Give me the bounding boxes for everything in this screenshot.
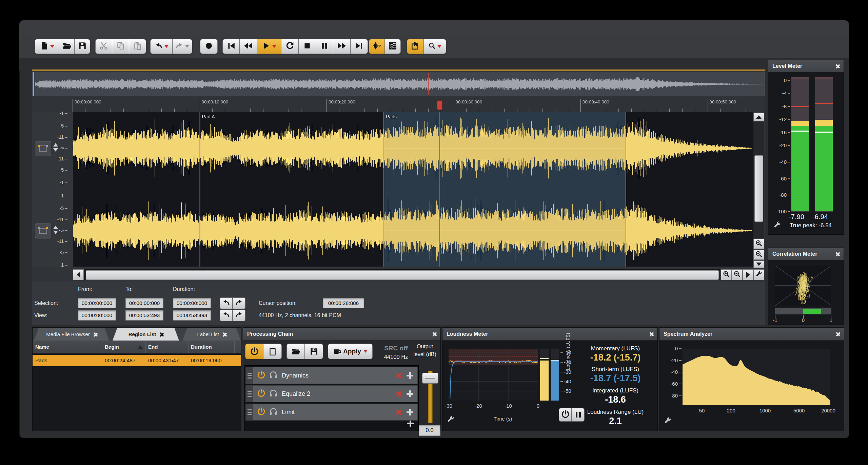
horizontal-scrollbar[interactable] [84, 269, 720, 280]
vertical-scrollbar[interactable] [753, 121, 764, 238]
vertical-zoom-out-button[interactable] [753, 250, 764, 260]
chain-item-limit[interactable]: Limit [245, 404, 418, 421]
column-header-begin[interactable]: Begin [105, 341, 119, 353]
playback-cursor-flag[interactable] [437, 100, 442, 110]
vertical-scrollbar-thumb[interactable] [754, 155, 763, 222]
remove-plugin-icon[interactable] [396, 391, 402, 397]
close-panel-icon[interactable] [835, 332, 840, 336]
column-header-duration[interactable]: Duration [191, 341, 212, 353]
insert-plugin-icon[interactable] [407, 409, 413, 415]
close-tab-icon[interactable] [93, 332, 97, 336]
plugin-power-icon[interactable] [257, 389, 266, 399]
remove-plugin-icon[interactable] [396, 409, 402, 415]
tab-label-list[interactable]: Label List [182, 328, 241, 341]
region-row-pads[interactable]: Pads 00:00:24:487 00:00:43:547 00:00:19:… [33, 355, 241, 366]
column-header-name[interactable]: Name [35, 341, 49, 353]
tab-region-list[interactable]: Region List [113, 328, 179, 341]
region-table-header[interactable]: Name Begin End Duration [33, 341, 241, 353]
loudness-reset-button[interactable] [559, 408, 572, 422]
selection-redo-button[interactable] [233, 297, 245, 309]
cut-scissors-button[interactable] [95, 39, 112, 54]
insert-plugin-icon[interactable] [407, 372, 413, 379]
headphones-icon[interactable] [269, 370, 278, 381]
apply-button[interactable]: Apply [328, 344, 373, 359]
horizontal-zoom-out-button[interactable] [732, 269, 743, 280]
selection-tool-button[interactable] [407, 39, 424, 54]
spectrum-settings-wrench-button[interactable] [664, 416, 672, 426]
new-file-button[interactable] [35, 39, 59, 54]
loudness-settings-wrench-button[interactable] [447, 415, 455, 425]
waveform-view-button[interactable] [369, 39, 385, 54]
pause-button[interactable] [316, 39, 333, 54]
record-dot-button[interactable] [200, 39, 218, 54]
chain-enable-button[interactable] [245, 344, 263, 359]
chain-item-dynamics[interactable]: Dynamics [245, 367, 418, 384]
headphones-icon[interactable] [269, 407, 278, 417]
tab-media-file-browser[interactable]: Media File Browser [34, 328, 109, 341]
output-level-value[interactable]: 0.0 [419, 425, 440, 436]
chain-load-button[interactable] [287, 344, 305, 359]
channel-zoom-spinner[interactable] [53, 226, 58, 236]
editor-settings-wrench-button[interactable] [753, 269, 764, 280]
zoom-selection-button[interactable] [743, 269, 753, 280]
drag-handle-icon[interactable] [246, 386, 253, 402]
scroll-down-button[interactable] [753, 260, 764, 268]
loop-button[interactable] [281, 39, 299, 54]
plugin-power-icon[interactable] [257, 370, 266, 381]
view-to-field[interactable]: 00:00:53:493 [125, 310, 163, 321]
dropdown-caret-icon[interactable] [437, 45, 441, 48]
fast-forward-button[interactable] [333, 39, 351, 54]
column-header-end[interactable]: End [148, 341, 158, 353]
overview-waveform-canvas[interactable] [35, 73, 763, 95]
vertical-zoom-in-button[interactable] [753, 239, 764, 249]
channel-select-button[interactable] [35, 141, 51, 156]
selection-to-field[interactable]: 00:00:00:000 [125, 298, 163, 308]
region-label[interactable]: Pads [386, 114, 397, 119]
play-button[interactable] [257, 39, 281, 54]
view-duration-field[interactable]: 00:00:53:493 [173, 310, 211, 321]
chain-save-button[interactable] [305, 344, 323, 359]
close-panel-icon[interactable] [835, 64, 840, 68]
close-panel-icon[interactable] [432, 332, 436, 336]
remove-plugin-icon[interactable] [396, 372, 402, 379]
selection-duration-field[interactable]: 00:00:00:000 [173, 298, 211, 308]
chain-item-equalize-2[interactable]: Equalize 2 [245, 385, 418, 402]
close-tab-icon[interactable] [159, 332, 163, 336]
dropdown-caret-icon[interactable] [164, 45, 169, 48]
view-redo-button[interactable] [233, 310, 245, 321]
view-from-field[interactable]: 00:00:00:000 [78, 310, 116, 321]
save-floppy-button[interactable] [75, 39, 90, 54]
selection-from-field[interactable]: 00:00:00:000 [78, 298, 116, 308]
horizontal-zoom-in-button[interactable] [721, 269, 732, 280]
chain-copy-button[interactable] [263, 344, 282, 359]
open-folder-button[interactable] [59, 39, 75, 54]
channel-select-button[interactable] [35, 224, 51, 238]
insert-plugin-icon[interactable] [407, 390, 413, 397]
spectral-view-button[interactable] [385, 39, 401, 54]
scroll-left-button[interactable] [73, 269, 84, 280]
close-panel-icon[interactable] [835, 252, 840, 256]
output-level-slider-handle[interactable] [422, 373, 438, 384]
plugin-power-icon[interactable] [257, 407, 266, 418]
waveform-canvas[interactable] [73, 112, 753, 267]
paste-clipboard-button[interactable] [129, 39, 146, 54]
copy-pages-button[interactable] [112, 39, 129, 54]
stop-button[interactable] [299, 39, 316, 54]
dropdown-caret-icon[interactable] [272, 45, 276, 48]
drag-handle-icon[interactable] [246, 367, 253, 384]
zoom-tool-button[interactable] [424, 39, 446, 54]
overview-waveform-strip[interactable] [32, 72, 765, 96]
timeline-ruler[interactable]: 00:00:00:00000:00:10:00000:00:20:00000:0… [73, 98, 765, 112]
channel-zoom-spinner[interactable] [53, 143, 58, 153]
go-to-end-button[interactable] [351, 39, 368, 54]
titlebar[interactable]: Acoustica Premium Edition [19, 20, 849, 35]
drag-handle-icon[interactable] [246, 404, 253, 420]
view-undo-button[interactable] [220, 310, 233, 321]
redo-arrow-button[interactable] [173, 39, 192, 54]
scroll-up-button[interactable] [753, 113, 764, 121]
dropdown-caret-icon[interactable] [50, 45, 54, 48]
horizontal-scrollbar-thumb[interactable] [86, 270, 719, 280]
undo-arrow-button[interactable] [150, 39, 173, 54]
level-meter-settings-wrench-button[interactable] [773, 221, 781, 230]
dropdown-caret-icon[interactable] [185, 45, 189, 48]
